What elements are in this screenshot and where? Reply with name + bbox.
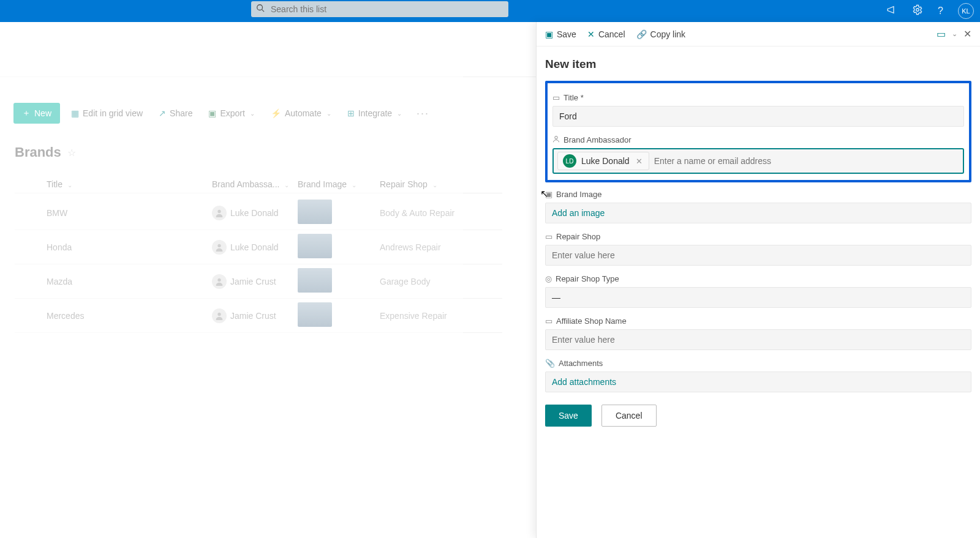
panel-copy-link-button[interactable]: 🔗 Copy link [636,29,686,39]
cell-ambassador: Luke Donald [212,240,298,255]
repair-shop-input[interactable] [545,245,971,266]
share-icon: ↗ [159,108,166,118]
image-icon: ▣ [545,190,552,199]
table-row[interactable]: BMWLuke DonaldBody & Auto Repair [15,196,502,230]
attachment-icon: 📎 [545,359,555,368]
title-input[interactable] [552,106,964,127]
help-icon[interactable]: ? [938,6,943,17]
cell-ambassador: Luke Donald [212,206,298,220]
search-input[interactable] [271,4,503,14]
ambassador-people-picker[interactable]: LD Luke Donald ✕ [552,148,964,174]
car-thumbnail [298,200,332,224]
close-icon: ✕ [587,29,595,39]
text-field-icon: ▭ [552,93,560,102]
automate-button[interactable]: ⚡ Automate ⌄ [266,105,336,122]
chevron-down-icon: ⌄ [67,182,72,189]
excel-icon: ▣ [208,108,216,118]
settings-gear-icon[interactable] [912,4,923,18]
person-avatar-icon [212,308,227,323]
svg-point-6 [217,312,221,315]
cell-image [298,234,380,260]
panel-close-button[interactable]: ✕ [963,28,971,40]
favorite-star-icon[interactable]: ☆ [67,147,76,159]
choice-icon: ◎ [545,274,552,283]
col-header-ambassador[interactable]: Brand Ambassa... ⌄ [212,179,298,189]
col-header-shop[interactable]: Repair Shop ⌄ [380,179,502,189]
chip-avatar: LD [563,154,576,168]
chip-remove-icon[interactable]: ✕ [635,157,644,166]
car-thumbnail [298,302,332,327]
edit-form-icon[interactable]: ▭ [937,28,946,40]
car-thumbnail [298,268,332,293]
add-attachments-button[interactable]: Add attachments [545,372,971,392]
chip-name: Luke Donald [581,156,630,166]
attachments-field-label: 📎 Attachments [545,359,971,368]
export-button[interactable]: ▣ Export ⌄ [203,105,259,122]
panel-cancel-button[interactable]: ✕ Cancel [587,29,625,39]
brand-image-add-button[interactable]: Add an image [545,203,971,223]
link-icon: 🔗 [636,29,647,39]
edit-in-grid-button[interactable]: ▦ Edit in grid view [66,105,148,122]
title-field-label: ▭ Title * [552,93,964,102]
share-label: Share [170,108,192,118]
table-row[interactable]: MercedesJamie CrustExpensive Repair [15,299,502,333]
app-suite-bar: ? KL [0,0,980,22]
chevron-down-icon: ⌄ [326,110,331,117]
svg-point-0 [257,5,263,10]
cell-shop: Garage Body [380,277,502,286]
col-header-shop-label: Repair Shop [380,179,428,189]
chevron-down-icon: ⌄ [352,182,356,189]
cell-ambassador-name: Jamie Crust [230,311,276,321]
affiliate-input[interactable] [545,329,971,350]
plus-icon: ＋ [22,108,31,119]
megaphone-icon[interactable] [886,4,897,18]
repair-shop-type-select[interactable]: — [545,287,971,308]
add-attachments-link: Add attachments [552,377,616,387]
chevron-down-icon: ⌄ [284,182,289,189]
user-avatar[interactable]: KL [958,3,974,19]
integrate-button[interactable]: ⊞ Integrate ⌄ [342,105,407,122]
panel-command-bar: ▣ Save ✕ Cancel 🔗 Copy link ▭ ⌄ ✕ [537,22,980,47]
cell-title: Honda [47,242,212,252]
new-button[interactable]: ＋ New [13,103,60,124]
panel-save-button[interactable]: ▣ Save [545,29,576,39]
person-avatar-icon [212,206,227,220]
cell-title: Mercedes [47,311,212,321]
grid-body: BMWLuke DonaldBody & Auto RepairHondaLuk… [15,196,502,333]
more-actions-button[interactable]: ··· [413,107,433,120]
affiliate-label-text: Affiliate Shop Name [556,316,627,326]
brand-image-field-label: ▣ Brand Image [545,190,971,199]
new-item-panel: ▣ Save ✕ Cancel 🔗 Copy link ▭ ⌄ ✕ New it… [536,22,980,538]
search-box[interactable] [251,1,508,17]
panel-copy-link-label: Copy link [650,29,686,39]
suite-bar-right: ? KL [886,0,974,22]
share-button[interactable]: ↗ Share [154,105,197,122]
chevron-down-icon: ⌄ [397,110,402,117]
grid-header: Title ⌄ Brand Ambassa... ⌄ Brand Image ⌄… [15,175,502,193]
ambassador-field-label: Brand Ambassador [552,135,964,144]
svg-point-4 [217,244,221,247]
svg-point-5 [217,278,221,281]
save-icon: ▣ [545,29,553,39]
cell-title: BMW [47,208,212,218]
ambassador-input[interactable] [654,156,959,166]
panel-cancel-label: Cancel [598,29,625,39]
person-avatar-icon [212,274,227,289]
cell-ambassador: Jamie Crust [212,274,298,289]
edit-in-grid-label: Edit in grid view [83,108,143,118]
table-row[interactable]: HondaLuke DonaldAndrews Repair [15,230,502,264]
person-icon [552,135,560,144]
panel-body: New item ▭ Title * Brand Ambassador LD L… [537,47,980,445]
cancel-button[interactable]: Cancel [601,405,657,427]
save-button[interactable]: Save [545,405,592,427]
cell-image [298,200,380,226]
col-header-title-label: Title [47,179,62,189]
panel-save-label: Save [557,29,576,39]
chevron-down-icon[interactable]: ⌄ [952,30,957,38]
col-header-title[interactable]: Title ⌄ [47,179,212,189]
cell-shop: Andrews Repair [380,242,502,252]
table-row[interactable]: MazdaJamie CrustGarage Body [15,264,502,299]
col-header-image[interactable]: Brand Image ⌄ [298,179,380,189]
ambassador-label-text: Brand Ambassador [564,135,631,144]
cell-ambassador-name: Jamie Crust [230,277,276,286]
